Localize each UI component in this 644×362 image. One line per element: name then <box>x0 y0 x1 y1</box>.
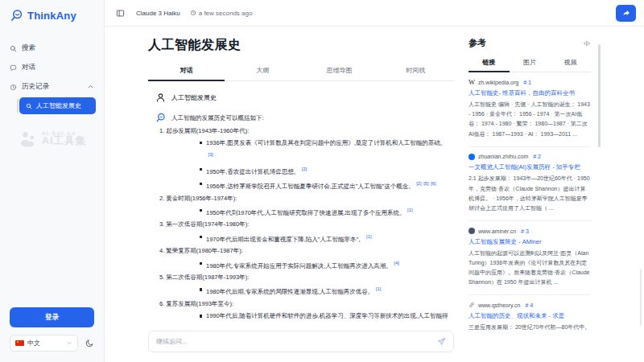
citation-link[interactable]: [1] <box>407 208 412 212</box>
tab-0[interactable]: 对话 <box>148 61 225 80</box>
reference-item: www.aminer.cn# 3人工智能发展简史 - AMiner人工智能的起源… <box>469 221 591 295</box>
references-title: 参考 <box>469 37 486 49</box>
aminer-favicon <box>469 228 475 234</box>
references-tab-1[interactable]: 图片 <box>510 55 551 72</box>
answer-list-heading: 1. 起步发展期(1943年-1960年代): <box>159 125 454 137</box>
reference-item: Wzh.wikipedia.org# 1人工智能史- 维基百科，自由的百科全书人… <box>469 72 591 147</box>
reference-snippet: 三是应用发展期： 20世纪70年代初—80年代中。 <box>469 323 591 332</box>
top-bar: Claude 3 Haiku a few seconds ago <box>105 0 644 27</box>
history-entry-row: 人工智能发展史 <box>19 97 96 114</box>
timestamp: a few seconds ago <box>190 10 253 17</box>
history-icon <box>10 84 17 91</box>
search-icon <box>26 103 32 109</box>
references-scrollbar[interactable] <box>598 44 601 147</box>
tab-3[interactable]: 时间线 <box>378 61 454 80</box>
tab-label: 思维导图 <box>327 67 353 74</box>
tab-label: 对话 <box>180 67 193 74</box>
expand-panel-icon[interactable] <box>583 39 591 47</box>
model-name: Claude 3 Haiku <box>136 10 180 17</box>
sidebar-item-history-entry[interactable]: 人工智能发展史 <box>19 97 96 114</box>
tab-2[interactable]: 思维导图 <box>301 61 378 80</box>
citation-link[interactable]: [6] <box>431 181 436 186</box>
sidebar-item-label: 搜索 <box>22 43 35 53</box>
reference-snippet: 2.1 起步发展期： 1943年—20世纪60年代 · 1950年，克劳德·香农… <box>469 174 591 213</box>
thinkany-logo-icon <box>10 9 23 23</box>
citation-link[interactable]: [1] <box>366 234 371 239</box>
answer-list-heading: 6. 复苏发展期(1993年至今): <box>159 298 454 310</box>
citation-link[interactable]: [2] <box>302 167 307 171</box>
wikipedia-favicon: W <box>469 79 475 86</box>
share-arrow-icon <box>622 9 630 17</box>
reference-item: zhuanlan.zhihu.com# 2一文概览人工智能(AI)发展历程 - … <box>469 147 591 221</box>
answer-bullet: 1970年代后期出现资金和重视度下降,陷入"人工智能寒冬"。[1] <box>199 231 454 245</box>
share-button[interactable] <box>616 5 636 22</box>
reference-domain: www.aminer.cn <box>478 228 516 234</box>
thinkany-app: ThinkAny 搜索对话历史记录 人工智能发展史 ai-bot.cn AI工具… <box>0 0 644 362</box>
sidebar-item-1[interactable]: 对话 <box>0 58 104 77</box>
page-scrollbar[interactable] <box>640 269 642 326</box>
language-label: 中文 <box>27 339 40 348</box>
reference-domain: www.qstheory.cn <box>478 302 520 308</box>
clock-icon <box>190 10 196 16</box>
reference-title[interactable]: 人工智能史- 维基百科，自由的百科全书 <box>469 89 591 97</box>
answer-bullet: 1980年代,专家系统开始应用于实际问题解决,人工智能再次进入高潮。[4] <box>199 257 454 272</box>
sidebar-item-2[interactable]: 历史记录 <box>0 77 104 97</box>
reference-rank: # 1 <box>523 80 531 85</box>
chat-panel: 人工智能发展史 对话大纲思维导图时间线 人工智能发展史 人工智能的发展历史可以概… <box>148 27 454 362</box>
sidebar-toggle-icon[interactable] <box>116 9 125 18</box>
chevron-up-icon[interactable] <box>87 83 94 90</box>
reference-snippet: 人工智能的起源可以追溯到以及阿兰·图灵（Alan Turing）1936年发表的… <box>469 249 591 288</box>
citation-link[interactable]: [3] <box>208 152 213 157</box>
chevron-down-icon <box>67 340 72 346</box>
user-message: 人工智能发展史 <box>155 93 454 103</box>
answer-list-heading: 5. 第二次低谷期(1987年-1993年): <box>159 271 454 283</box>
brand-logo[interactable]: ThinkAny <box>0 0 104 23</box>
language-selector[interactable]: 中文 <box>10 335 78 352</box>
chat-tabs: 对话大纲思维导图时间线 <box>148 61 454 81</box>
login-button[interactable]: 登录 <box>10 307 94 327</box>
answer-bullet: 1950年代到1970年代,人工智能研究取得了快速进展,出现了多个应用系统。[1… <box>199 204 454 219</box>
sidebar-bottom: 登录 中文 <box>0 307 104 362</box>
reference-rank: # 2 <box>533 154 541 159</box>
search-icon <box>10 45 17 52</box>
sidebar: ThinkAny 搜索对话历史记录 人工智能发展史 ai-bot.cn AI工具… <box>0 0 105 362</box>
references-tab-2[interactable]: 视频 <box>550 55 591 72</box>
references-list: Wzh.wikipedia.org# 1人工智能史- 维基百科，自由的百科全书人… <box>469 72 591 339</box>
answer-list-heading: 2. 黄金时期(1956年-1974年): <box>159 192 454 204</box>
references-tab-0[interactable]: 链接 <box>469 55 510 72</box>
watermark: ai-bot.cn AI工具集 <box>0 129 104 149</box>
reference-snippet: 人工智能史 编辑 · 先驱 · 人工智能的诞生： 1943 - 1956 · 黄… <box>469 100 591 139</box>
brand-name: ThinkAny <box>27 10 76 22</box>
citation-link[interactable]: [4] <box>394 261 398 265</box>
answer-list-heading: 3. 第一次低谷期(1974年-1980年): <box>159 218 454 230</box>
citation-link[interactable]: [1] <box>376 286 381 291</box>
answer-bullet: 1990年代后,随着计算机硬件和软件的进步,机器学习、深度学习等新技术的出现,人… <box>199 310 454 326</box>
followup-input[interactable] <box>156 338 432 345</box>
sidebar-item-0[interactable]: 搜索 <box>0 39 104 58</box>
tab-label: 时间线 <box>407 67 426 74</box>
answer-list-heading: 4. 繁荣复苏期(1980年-1987年): <box>159 245 454 257</box>
send-icon[interactable] <box>437 337 446 346</box>
answer-bullet: 1956年,达特茅斯学院召开人工智能夏季研讨会,正式提出"人工智能"这个概念。[… <box>199 178 454 192</box>
answer-bullet: 1980年代后期,专家系统的局限性逐渐显现,人工智能再次低谷。[1] <box>199 283 454 298</box>
followup-input-box <box>148 331 454 352</box>
cn-flag-icon <box>15 340 24 347</box>
ai-message-header: 人工智能的发展历史可以概括如下: <box>155 113 454 123</box>
reference-title[interactable]: 人工智能的历史、现状和未来 - 求是 <box>469 312 591 320</box>
references-tab-label: 链接 <box>482 59 495 66</box>
references-tab-label: 图片 <box>523 59 536 66</box>
reference-title[interactable]: 一文概览人工智能(AI)发展历程 - 知乎专栏 <box>469 163 591 171</box>
watermark-name: AI工具集 <box>42 136 86 147</box>
answer-body: 1. 起步发展期(1943年-1960年代):1936年,图灵发表《可计算数及其… <box>148 125 454 326</box>
references-tab-label: 视频 <box>564 59 577 66</box>
reference-title[interactable]: 人工智能发展简史 - AMiner <box>469 238 591 246</box>
citation-link[interactable]: [5] <box>423 181 428 186</box>
references-tabs: 链接图片视频 <box>469 55 591 72</box>
tab-1[interactable]: 大纲 <box>225 61 301 80</box>
references-panel: 参考 链接图片视频 Wzh.wikipedia.org# 1人工智能史- 维基百… <box>462 27 607 362</box>
tab-label: 大纲 <box>257 67 270 74</box>
theme-toggle-moon-icon[interactable] <box>85 339 94 348</box>
reference-rank: # 4 <box>525 302 533 308</box>
citation-link[interactable]: [2] <box>416 181 421 186</box>
time-ago-label: a few seconds ago <box>199 10 253 17</box>
